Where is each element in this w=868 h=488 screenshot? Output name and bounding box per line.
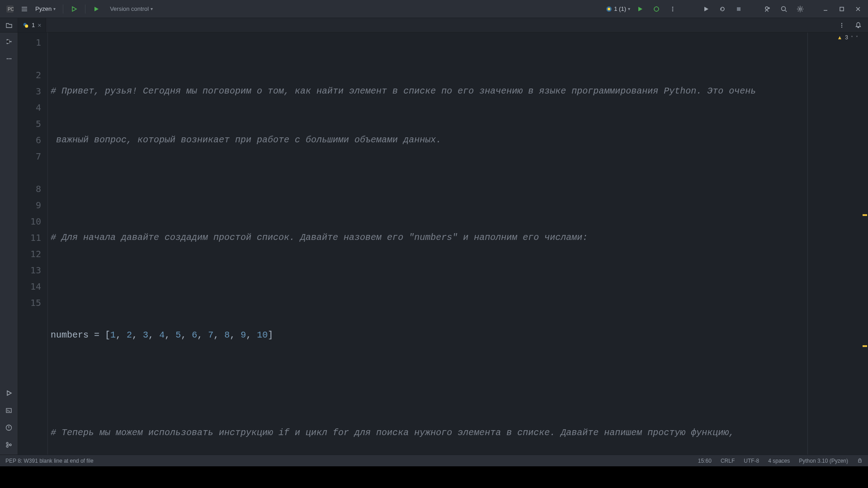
app-logo-icon[interactable]: PC bbox=[4, 3, 16, 15]
close-tab-button[interactable]: × bbox=[38, 22, 41, 29]
chevron-down-icon: ˅ bbox=[856, 35, 858, 40]
line-number: 9 bbox=[18, 197, 41, 213]
line-number: 8 bbox=[18, 181, 41, 197]
svg-point-28 bbox=[9, 444, 11, 446]
code-text: # Привет, рузья! Сегодня мы поговорим о … bbox=[51, 86, 756, 96]
more-tools-icon[interactable] bbox=[3, 52, 15, 65]
rerun-button[interactable] bbox=[716, 3, 729, 15]
svg-point-9 bbox=[765, 7, 768, 9]
chevron-down-icon: ▾ bbox=[628, 6, 630, 11]
settings-icon[interactable] bbox=[794, 3, 807, 15]
svg-point-16 bbox=[841, 24, 842, 25]
svg-point-6 bbox=[672, 8, 674, 9]
project-tool-button[interactable] bbox=[0, 18, 18, 32]
play-run-button[interactable] bbox=[700, 3, 712, 15]
svg-rect-24 bbox=[6, 408, 11, 413]
tab-actions-button[interactable] bbox=[835, 19, 848, 32]
svg-point-23 bbox=[10, 58, 11, 60]
line-number: 13 bbox=[18, 262, 41, 278]
vcs-tool-icon[interactable] bbox=[3, 438, 15, 451]
readonly-lock-icon[interactable] bbox=[857, 458, 863, 464]
python-file-icon bbox=[23, 22, 29, 28]
svg-text:PC: PC bbox=[8, 7, 14, 12]
status-message: PEP 8: W391 blank line at end of file bbox=[5, 458, 94, 464]
svg-point-4 bbox=[654, 7, 659, 11]
code-text: # Теперь мы можем использовать инструкци… bbox=[51, 427, 734, 438]
project-name-label: Pyzen bbox=[35, 5, 52, 12]
debug-button[interactable] bbox=[650, 3, 663, 15]
svg-point-17 bbox=[841, 26, 842, 27]
editor-marker-rail: ▲ 3 ˄ ˅ bbox=[860, 33, 868, 455]
run-button[interactable] bbox=[68, 3, 80, 15]
editor[interactable]: 1 . 2 3 4 5 6 7 . 8 9 10 11 12 13 14 15 … bbox=[18, 33, 868, 455]
svg-point-7 bbox=[672, 10, 674, 11]
structure-tool-icon[interactable] bbox=[3, 35, 15, 48]
cursor-position[interactable]: 15:60 bbox=[698, 458, 712, 464]
svg-point-10 bbox=[782, 6, 786, 10]
notifications-icon[interactable] bbox=[852, 19, 864, 32]
svg-rect-12 bbox=[840, 7, 844, 11]
code-with-me-icon[interactable] bbox=[761, 3, 774, 15]
line-number: 7 bbox=[18, 148, 41, 164]
black-letterbox bbox=[0, 466, 868, 488]
warning-marker[interactable] bbox=[863, 345, 867, 347]
line-number: 4 bbox=[18, 99, 41, 116]
statusbar: PEP 8: W391 blank line at end of file 15… bbox=[0, 455, 868, 466]
hard-wrap-guide bbox=[807, 33, 808, 455]
chevron-up-icon: ˄ bbox=[851, 35, 853, 40]
run-script-button[interactable] bbox=[90, 3, 103, 15]
search-icon[interactable] bbox=[778, 3, 790, 15]
svg-point-11 bbox=[799, 8, 802, 10]
inspection-status[interactable]: ▲ 3 ˄ ˅ bbox=[837, 34, 858, 41]
file-encoding[interactable]: UTF-8 bbox=[744, 458, 759, 464]
code-text: важный вопрос, который возникает при раб… bbox=[51, 135, 441, 145]
warning-marker[interactable] bbox=[863, 214, 867, 216]
line-number: 5 bbox=[18, 116, 41, 132]
tabbar: 1 × bbox=[0, 18, 868, 33]
line-number: 15 bbox=[18, 295, 41, 311]
maximize-window-button[interactable] bbox=[835, 3, 848, 15]
stop-button[interactable] bbox=[732, 3, 745, 15]
svg-rect-8 bbox=[737, 7, 741, 11]
topbar: PC Pyzen ▾ Version control ▾ 1 (1) ▾ bbox=[0, 0, 868, 18]
terminal-tool-icon[interactable] bbox=[3, 404, 15, 417]
chevron-down-icon: ▾ bbox=[53, 6, 56, 11]
vcs-label: Version control bbox=[110, 5, 149, 12]
line-separator[interactable]: CRLF bbox=[721, 458, 735, 464]
main-area: 1 . 2 3 4 5 6 7 . 8 9 10 11 12 13 14 15 … bbox=[0, 33, 868, 455]
run-tool-icon[interactable] bbox=[3, 387, 15, 399]
line-number: 12 bbox=[18, 246, 41, 262]
svg-point-14 bbox=[25, 24, 28, 28]
svg-point-5 bbox=[672, 6, 674, 8]
warning-count: 3 bbox=[845, 34, 848, 41]
line-number: 11 bbox=[18, 230, 41, 246]
indent-setting[interactable]: 4 spaces bbox=[768, 458, 790, 464]
code-area[interactable]: # Привет, рузья! Сегодня мы поговорим о … bbox=[48, 33, 860, 455]
problems-tool-icon[interactable] bbox=[3, 421, 15, 434]
warning-icon: ▲ bbox=[837, 34, 842, 41]
left-tool-rail bbox=[0, 33, 18, 455]
tab-filename: 1 bbox=[32, 22, 35, 28]
close-window-button[interactable] bbox=[852, 3, 864, 15]
svg-point-21 bbox=[6, 58, 8, 60]
line-number: 2 bbox=[18, 67, 41, 83]
line-number: 3 bbox=[18, 83, 41, 99]
run-green-button[interactable] bbox=[634, 3, 646, 15]
file-tab[interactable]: 1 × bbox=[18, 18, 46, 32]
main-menu-icon[interactable] bbox=[18, 3, 31, 15]
line-gutter: 1 . 2 3 4 5 6 7 . 8 9 10 11 12 13 14 15 bbox=[18, 33, 48, 455]
code-text: # Для начала давайте создадим простой сп… bbox=[51, 232, 588, 243]
svg-point-22 bbox=[8, 58, 9, 60]
chevron-down-icon: ▾ bbox=[151, 6, 153, 11]
line-number: 14 bbox=[18, 278, 41, 295]
python-env-badge[interactable]: 1 (1) ▾ bbox=[606, 5, 630, 12]
svg-point-15 bbox=[841, 23, 842, 23]
python-interpreter[interactable]: Python 3.10 (Pyzen) bbox=[799, 458, 848, 464]
project-selector[interactable]: Pyzen ▾ bbox=[33, 5, 58, 12]
svg-point-26 bbox=[6, 442, 8, 444]
minimize-window-button[interactable] bbox=[819, 3, 832, 15]
more-actions-button[interactable] bbox=[666, 3, 679, 15]
version-control-selector[interactable]: Version control ▾ bbox=[110, 5, 153, 12]
svg-point-3 bbox=[608, 8, 610, 10]
line-number: 10 bbox=[18, 213, 41, 230]
